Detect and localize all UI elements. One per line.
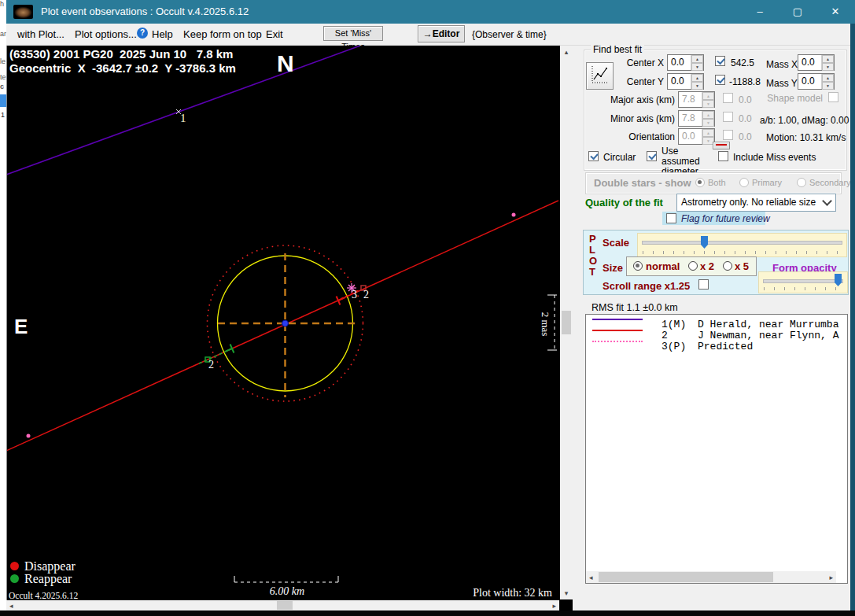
- form-opacity-slider[interactable]: [758, 271, 848, 293]
- menu-keep-on-top[interactable]: Keep form on top: [183, 28, 262, 40]
- mass-y-spinner[interactable]: 0.0▲▼: [798, 73, 835, 90]
- center-x-label: Center X: [620, 57, 664, 68]
- quality-dropdown[interactable]: Astrometry only. No reliable size: [676, 194, 836, 212]
- observer-name: J Newman, near Flynn, A: [698, 330, 838, 341]
- include-miss-checkbox[interactable]: [718, 151, 728, 161]
- observer-listbox[interactable]: 1(M) D Herald, near Murrumba 2 J Newman,…: [585, 314, 848, 584]
- observer-row[interactable]: 3(P) Predicted: [586, 341, 847, 352]
- use-assumed-checkbox[interactable]: [647, 151, 657, 161]
- x-offset-value: 542.5: [731, 57, 754, 68]
- chord1-number: 1: [180, 112, 186, 125]
- editor-button[interactable]: →Editor: [418, 25, 465, 42]
- flag-review-label: Flag for future review: [681, 213, 770, 224]
- mass-y-label: Mass Y: [766, 78, 798, 89]
- scale-slider-thumb[interactable]: [701, 236, 708, 249]
- scroll-range-checkbox[interactable]: [698, 279, 709, 290]
- observer-name: Predicted: [698, 341, 753, 352]
- y-offset-value: -1188.8: [729, 76, 761, 87]
- size-radio-group: normal x 2 x 5: [626, 256, 757, 276]
- menu-exit[interactable]: Exit: [266, 28, 283, 40]
- observer-row[interactable]: 2 J Newman, near Flynn, A: [586, 330, 847, 341]
- maximize-button[interactable]: ▢: [781, 0, 814, 24]
- chord3-line-sample: [592, 341, 643, 342]
- center-y-spinner[interactable]: 0.0▲▼: [667, 73, 704, 90]
- chord2-number-lower: 2: [208, 359, 214, 371]
- vertical-scroll-thumb[interactable]: [562, 311, 571, 334]
- east-label: E: [14, 315, 28, 339]
- rms-fit-label: RMS fit 1.1 ±0.0 km: [591, 302, 678, 313]
- minor-axis-checkbox: [723, 112, 733, 122]
- plot-letter-o: O: [589, 255, 597, 267]
- plot-vertical-scrollbar[interactable]: ▴ ▾: [560, 46, 573, 599]
- y-offset-checkbox[interactable]: [715, 75, 725, 85]
- chord1-line-sample: [592, 319, 643, 320]
- window-title: Plot event observations : Occult v.4.202…: [41, 6, 249, 17]
- circular-checkbox[interactable]: [588, 151, 599, 161]
- size-label: Size: [603, 262, 623, 274]
- help-icon[interactable]: ?: [137, 28, 148, 39]
- set-miss-times-button[interactable]: Set 'Miss' Times: [323, 26, 383, 41]
- plot-header-line2: Geocentric X -3642.7 ±0.2 Y -3786.3 km: [9, 61, 236, 75]
- bg-fragment: ar: [0, 30, 6, 38]
- predicted-point-upper: [512, 213, 516, 217]
- size-x2-radio[interactable]: [688, 261, 698, 271]
- major-axis-alt-value: 0.0: [739, 94, 752, 105]
- double-primary-label: Primary: [752, 178, 782, 187]
- plot-letter-l: L: [589, 244, 595, 256]
- title-bar: Plot event observations : Occult v.4.202…: [6, 0, 855, 24]
- bg-fragment: c: [0, 83, 4, 90]
- fit-chart-button[interactable]: [586, 62, 614, 90]
- window-right-border: [850, 24, 855, 610]
- observer-scroll-right-arrow[interactable]: ▸: [829, 574, 833, 581]
- orientation-checkbox: [723, 130, 733, 140]
- mass-x-label: Mass X: [766, 59, 798, 70]
- plot-horizontal-scrollbar[interactable]: ◂ ▸: [6, 600, 559, 610]
- find-best-fit-label: Find best fit: [591, 44, 644, 55]
- scroll-range-label: Scroll range x1.25: [603, 280, 690, 292]
- flag-review-checkbox[interactable]: [666, 213, 676, 223]
- menu-help[interactable]: Help: [152, 28, 173, 40]
- observer-list-scrollbar[interactable]: ◂ ▸: [586, 571, 836, 583]
- shape-model-checkbox: [828, 92, 838, 102]
- scroll-up-arrow[interactable]: ▴: [560, 48, 573, 56]
- minimize-button[interactable]: –: [743, 0, 776, 24]
- size-x5-label: x 5: [735, 260, 749, 272]
- mass-x-spinner[interactable]: 0.0▲▼: [798, 54, 835, 71]
- size-normal-label: normal: [646, 260, 680, 272]
- center-x-spinner[interactable]: 0.0▲▼: [667, 54, 704, 71]
- size-normal-radio[interactable]: [633, 261, 643, 271]
- double-secondary-label: Secondary: [809, 178, 851, 187]
- observer-scroll-thumb[interactable]: [599, 572, 773, 582]
- double-stars-label: Double stars - show: [594, 177, 691, 189]
- reappear-dot: [10, 574, 19, 583]
- app-icon: [13, 5, 33, 19]
- scroll-left-arrow[interactable]: ◂: [9, 602, 13, 610]
- observer-id: 2: [662, 330, 668, 341]
- minor-axis-alt-value: 0.0: [739, 113, 752, 124]
- observer-scroll-left-arrow[interactable]: ◂: [589, 574, 593, 581]
- scale-slider[interactable]: [637, 233, 847, 257]
- quality-label: Quality of the fit: [585, 197, 663, 208]
- major-axis-label: Major axis (km): [582, 94, 675, 105]
- horizontal-scroll-thumb[interactable]: [277, 601, 293, 610]
- size-x2-label: x 2: [700, 260, 714, 272]
- menu-with-plot[interactable]: with Plot...: [17, 28, 64, 40]
- x-offset-checkbox[interactable]: [715, 56, 725, 66]
- observer-row[interactable]: 1(M) D Herald, near Murrumba: [586, 319, 847, 330]
- menu-plot-options[interactable]: Plot options...: [75, 28, 137, 40]
- major-axis-spinner: 7.8▲▼: [678, 91, 715, 108]
- observer-id: 1(M): [662, 319, 686, 330]
- close-button[interactable]: ✕: [819, 0, 852, 24]
- form-opacity-thumb[interactable]: [835, 274, 842, 286]
- size-x5-radio[interactable]: [723, 261, 732, 271]
- scale-bar-label: 6.00 km: [252, 585, 322, 598]
- observer-time-label: {Observer & time}: [472, 29, 547, 40]
- scroll-down-arrow[interactable]: ▾: [560, 589, 573, 597]
- chart-icon: [588, 63, 612, 87]
- double-both-radio: [695, 178, 705, 187]
- scroll-right-arrow[interactable]: ▸: [552, 602, 556, 610]
- orientation-label: Orientation: [582, 131, 675, 142]
- plot-options-panel: P L O T Scale Size normal x 2 x 5 Form o…: [583, 230, 849, 295]
- shape-model-label: Shape model: [763, 93, 823, 104]
- orientation-alt-value: 0.0: [739, 131, 752, 142]
